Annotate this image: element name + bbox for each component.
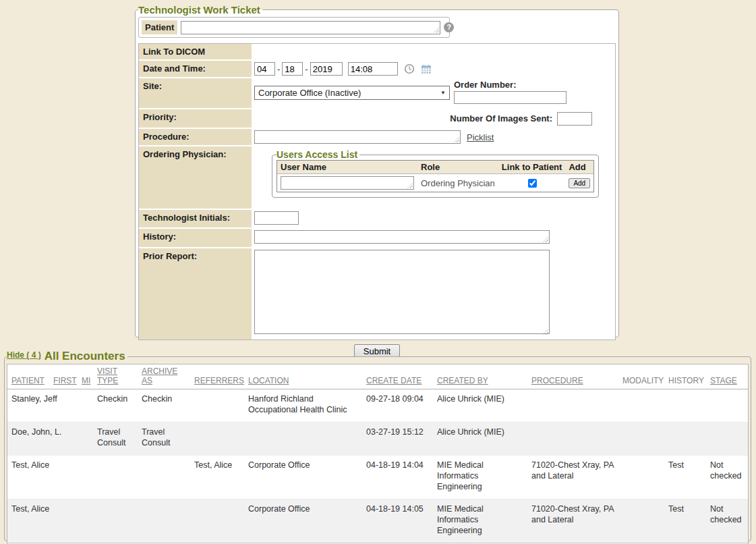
priority-row: Priority: Number Of Images Sent: <box>139 109 615 128</box>
column-header-stage[interactable]: STAGE <box>706 364 748 389</box>
work-ticket-title: Technologist Work Ticket <box>138 4 262 16</box>
date-time-label: Date and Time: <box>139 61 252 77</box>
column-header-visit-type[interactable]: VISIT TYPE <box>93 364 138 389</box>
cell-patient-name: Test, Alice <box>7 499 93 543</box>
site-select[interactable]: Corporate Office (Inactive) ▼ <box>254 86 450 100</box>
date-separator: - <box>305 64 308 74</box>
time-input[interactable] <box>348 62 398 76</box>
procedure-row: Procedure: Picklist <box>139 129 615 145</box>
images-sent-label: Number Of Images Sent: <box>450 113 552 124</box>
users-access-list-header-row: User Name Role Link to Patient Add <box>277 161 593 174</box>
cell-visit-type: Checkin <box>93 389 138 423</box>
cell-referrers <box>190 499 244 543</box>
column-header-created-by[interactable]: CREATED BY <box>433 364 527 389</box>
picklist-link[interactable]: Picklist <box>467 132 494 142</box>
column-header-patient[interactable]: PATIENT <box>7 364 49 389</box>
column-header-location[interactable]: LOCATION <box>244 364 362 389</box>
images-sent-input[interactable] <box>557 112 592 126</box>
chevron-down-icon: ▼ <box>440 90 446 96</box>
procedure-label: Procedure: <box>139 129 252 145</box>
column-header-add: Add <box>565 161 593 174</box>
column-header-archive-as[interactable]: ARCHIVE AS <box>138 364 190 389</box>
cell-visit-type <box>93 499 138 543</box>
table-row: Test, Alice Test, Alice Corporate Office… <box>7 456 748 499</box>
cell-referrers <box>190 389 244 423</box>
cell-visit-type <box>93 456 138 499</box>
cell-procedure: 71020-Chest Xray, PA and Lateral <box>527 499 618 543</box>
cell-history: Test <box>664 499 706 543</box>
ordering-physician-label: Ordering Physician: <box>139 146 252 209</box>
users-access-list-panel: Users Access List User Name Role Link to… <box>272 149 599 198</box>
date-month-input[interactable] <box>254 62 275 76</box>
encounters-header-row: PATIENT FIRST MI VISIT TYPE ARCHIVE AS R… <box>7 364 748 389</box>
cell-create-date: 04-18-19 14:04 <box>362 456 433 499</box>
work-ticket-panel: Technologist Work Ticket Patient ? Link … <box>135 4 619 337</box>
prior-report-row: Prior Report: <box>139 248 615 339</box>
cell-patient-name: Test, Alice <box>7 456 93 499</box>
column-header-mi[interactable]: MI <box>78 364 93 389</box>
cell-created-by: Alice Uhrick (MIE) <box>433 423 527 456</box>
cell-location: Corporate Office <box>244 499 362 543</box>
tech-initials-input[interactable] <box>254 211 299 225</box>
cell-archive-as: Checkin <box>138 389 190 423</box>
cell-procedure <box>527 423 618 456</box>
help-icon[interactable]: ? <box>444 22 454 32</box>
link-to-patient-checkbox[interactable] <box>528 179 537 188</box>
patient-input[interactable] <box>181 21 440 34</box>
patient-input-wrap <box>181 21 440 34</box>
cell-procedure <box>527 389 618 423</box>
all-encounters-title: All Encounters <box>45 350 125 362</box>
date-time-row: Date and Time: - - <box>139 61 615 77</box>
order-number-label: Order Number: <box>454 80 566 90</box>
site-selected-option: Corporate Office (Inactive) <box>258 88 361 98</box>
column-header-procedure[interactable]: PROCEDURE <box>527 364 618 389</box>
cell-created-by: Alice Uhrick (MIE) <box>433 389 527 423</box>
column-header-first[interactable]: FIRST <box>49 364 78 389</box>
prior-report-textarea[interactable] <box>254 250 550 334</box>
cell-modality <box>618 456 664 499</box>
history-input[interactable] <box>254 230 550 244</box>
cell-procedure: 71020-Chest Xray, PA and Lateral <box>527 456 618 499</box>
cell-modality <box>618 389 664 423</box>
cell-location <box>244 423 362 456</box>
cell-location: Hanford Richland Occupational Health Cli… <box>244 389 362 423</box>
patient-label: Patient <box>142 20 177 34</box>
clock-icon[interactable] <box>404 63 415 74</box>
hide-encounters-link[interactable]: Hide ( 4 ) <box>7 350 41 360</box>
date-separator: - <box>277 64 280 74</box>
column-header-referrers[interactable]: REFERRERS <box>190 364 244 389</box>
column-header-link-to-patient: Link to Patient <box>498 161 566 174</box>
date-day-input[interactable] <box>282 62 303 76</box>
history-label: History: <box>139 229 252 247</box>
tech-initials-label: Technologist Initials: <box>139 210 252 227</box>
calendar-icon[interactable] <box>421 64 432 74</box>
column-header-user-name: User Name <box>277 161 417 174</box>
cell-created-by: MIE Medical Informatics Engineering <box>433 456 527 499</box>
date-year-input[interactable] <box>310 62 343 76</box>
history-row: History: <box>139 229 615 247</box>
cell-create-date: 09-27-18 09:04 <box>362 389 433 423</box>
role-value: Ordering Physician <box>421 178 495 188</box>
cell-referrers: Test, Alice <box>190 456 244 499</box>
cell-referrers <box>190 423 244 456</box>
cell-history <box>664 423 706 456</box>
order-number-input[interactable] <box>454 91 566 104</box>
cell-created-by: MIE Medical Informatics Engineering <box>433 499 527 543</box>
link-to-dicom-label: Link To DICOM <box>139 44 252 59</box>
table-row: Stanley, Jeff Checkin Checkin Hanford Ri… <box>7 389 748 423</box>
cell-patient-name: Doe, John, L. <box>7 423 93 456</box>
cell-create-date: 03-27-19 15:12 <box>362 423 433 456</box>
cell-archive-as: Travel Consult <box>138 423 190 456</box>
ordering-physician-row: Ordering Physician: Users Access List Us… <box>139 146 615 209</box>
cell-history: Test <box>664 456 706 499</box>
cell-location: Corporate Office <box>244 456 362 499</box>
add-user-button[interactable]: Add <box>569 178 590 188</box>
procedure-input[interactable] <box>254 130 461 144</box>
cell-stage: Not checked <box>706 499 748 543</box>
table-row: Test, Alice Corporate Office 04-18-19 14… <box>7 499 748 543</box>
cell-stage <box>706 423 748 456</box>
table-row: Doe, John, L. Travel Consult Travel Cons… <box>7 423 748 456</box>
user-name-input[interactable] <box>281 176 414 190</box>
column-header-create-date[interactable]: CREATE DATE <box>362 364 433 389</box>
users-access-list-title: Users Access List <box>277 149 359 160</box>
